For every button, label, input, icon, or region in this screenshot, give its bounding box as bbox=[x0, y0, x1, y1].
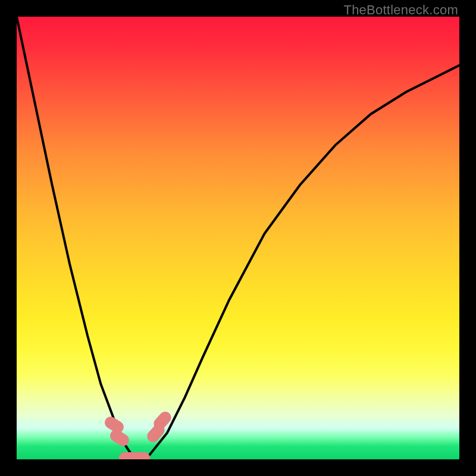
chart-frame: TheBottleneck.com bbox=[0, 0, 476, 476]
curve-markers bbox=[17, 17, 459, 459]
plot-area bbox=[17, 17, 459, 459]
curve-marker bbox=[119, 452, 150, 459]
curve-marker bbox=[108, 428, 131, 449]
watermark-text: TheBottleneck.com bbox=[343, 2, 458, 18]
